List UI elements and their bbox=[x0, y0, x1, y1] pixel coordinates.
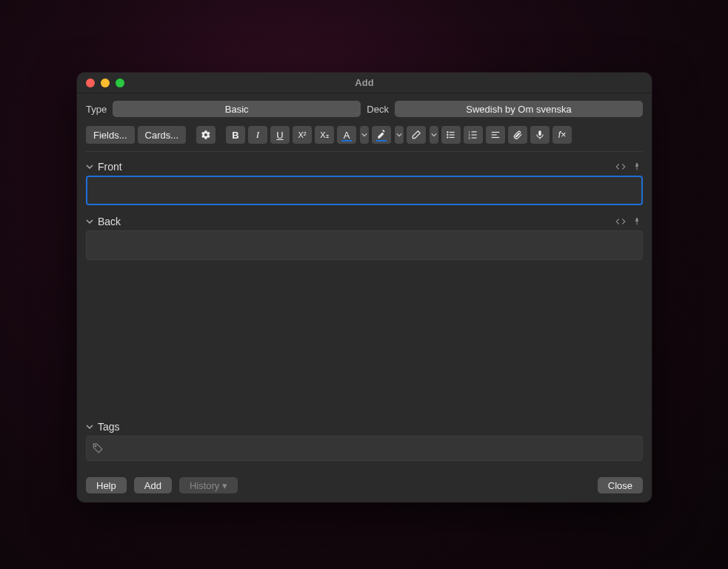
text-color-button[interactable]: A bbox=[337, 126, 356, 144]
ordered-list-button[interactable]: 123 bbox=[464, 126, 483, 144]
front-collapse-toggle[interactable] bbox=[86, 163, 93, 170]
help-button[interactable]: Help bbox=[86, 477, 127, 493]
record-audio-button[interactable] bbox=[530, 126, 550, 144]
svg-rect-7 bbox=[472, 131, 477, 132]
back-input[interactable] bbox=[86, 230, 643, 260]
window-title: Add bbox=[77, 77, 652, 88]
front-field-label: Front bbox=[98, 161, 122, 173]
eraser-button[interactable] bbox=[407, 126, 426, 144]
tag-icon bbox=[93, 443, 103, 453]
eraser-dropdown[interactable] bbox=[430, 126, 438, 144]
eraser-icon bbox=[411, 130, 421, 140]
highlight-color-swatch bbox=[376, 140, 387, 142]
text-color-swatch bbox=[341, 140, 352, 142]
svg-rect-11 bbox=[472, 138, 477, 139]
tags-label: Tags bbox=[98, 421, 120, 433]
traffic-lights bbox=[86, 79, 124, 87]
svg-point-2 bbox=[447, 134, 448, 136]
tags-input[interactable] bbox=[86, 436, 643, 461]
underline-button[interactable]: U bbox=[270, 126, 290, 144]
microphone-icon bbox=[535, 130, 545, 140]
fields-button[interactable]: Fields... bbox=[86, 126, 135, 144]
type-value: Basic bbox=[225, 104, 249, 115]
history-button[interactable]: History ▾ bbox=[179, 477, 238, 493]
titlebar: Add bbox=[77, 73, 652, 93]
type-selector-button[interactable]: Basic bbox=[113, 101, 361, 117]
back-field-section: Back bbox=[86, 213, 643, 260]
front-field-header: Front bbox=[86, 158, 643, 176]
close-window-button[interactable] bbox=[86, 79, 95, 87]
highlight-button[interactable] bbox=[372, 126, 391, 144]
attachment-button[interactable] bbox=[508, 126, 527, 144]
front-pin-toggle[interactable] bbox=[631, 161, 643, 173]
text-color-icon: A bbox=[344, 130, 350, 141]
svg-rect-14 bbox=[492, 137, 500, 138]
front-input[interactable] bbox=[86, 176, 643, 205]
svg-rect-15 bbox=[538, 130, 541, 136]
svg-rect-1 bbox=[450, 132, 455, 133]
svg-rect-9 bbox=[472, 134, 477, 135]
back-field-label: Back bbox=[98, 216, 121, 227]
back-field-header: Back bbox=[86, 213, 643, 230]
type-deck-row: Type Basic Deck Swedish by Om svenska bbox=[86, 101, 643, 117]
type-label: Type bbox=[86, 104, 107, 115]
minimize-window-button[interactable] bbox=[101, 79, 110, 87]
cards-button[interactable]: Cards... bbox=[138, 126, 187, 144]
back-pin-toggle[interactable] bbox=[631, 216, 643, 227]
subscript-button[interactable]: X₂ bbox=[315, 126, 334, 144]
back-html-toggle[interactable] bbox=[615, 216, 627, 227]
tags-header: Tags bbox=[86, 418, 643, 436]
highlight-dropdown[interactable] bbox=[395, 126, 404, 144]
back-collapse-toggle[interactable] bbox=[86, 218, 93, 225]
deck-selector-button[interactable]: Swedish by Om svenska bbox=[395, 101, 643, 117]
close-button[interactable]: Close bbox=[598, 477, 643, 493]
svg-point-0 bbox=[447, 131, 448, 133]
svg-rect-13 bbox=[492, 134, 497, 135]
front-html-toggle[interactable] bbox=[615, 161, 627, 173]
zoom-window-button[interactable] bbox=[116, 79, 124, 87]
add-button[interactable]: Add bbox=[134, 477, 172, 493]
svg-rect-5 bbox=[450, 137, 455, 138]
bullet-list-icon bbox=[446, 130, 456, 140]
alignment-button[interactable] bbox=[486, 126, 505, 144]
add-card-window: Add Type Basic Deck Swedish by Om svensk… bbox=[77, 73, 652, 502]
paperclip-icon bbox=[512, 130, 523, 140]
svg-point-4 bbox=[447, 136, 448, 138]
highlighter-icon bbox=[376, 130, 387, 140]
editor-toolbar: Fields... Cards... B I U X² X₂ A bbox=[86, 126, 643, 152]
deck-value: Swedish by Om svenska bbox=[466, 104, 571, 115]
gear-icon bbox=[201, 130, 211, 140]
superscript-button[interactable]: X² bbox=[293, 126, 312, 144]
equation-button[interactable]: f× bbox=[552, 126, 572, 144]
fx-icon: f× bbox=[558, 130, 566, 140]
unordered-list-button[interactable] bbox=[441, 126, 461, 144]
numbered-list-icon: 123 bbox=[468, 130, 478, 140]
align-icon bbox=[490, 130, 501, 140]
deck-label: Deck bbox=[367, 104, 389, 115]
svg-rect-3 bbox=[450, 134, 455, 135]
bold-button[interactable]: B bbox=[226, 126, 245, 144]
front-field-section: Front bbox=[86, 158, 643, 205]
tags-collapse-toggle[interactable] bbox=[86, 423, 93, 430]
tags-section: Tags bbox=[86, 418, 643, 461]
content-area: Type Basic Deck Swedish by Om svenska Fi… bbox=[77, 93, 652, 470]
svg-rect-12 bbox=[492, 132, 500, 133]
italic-button[interactable]: I bbox=[248, 126, 267, 144]
text-color-dropdown[interactable] bbox=[360, 126, 369, 144]
settings-button[interactable] bbox=[196, 126, 216, 144]
svg-text:3: 3 bbox=[469, 136, 471, 140]
footer: Help Add History ▾ Close bbox=[77, 470, 652, 502]
svg-point-16 bbox=[95, 445, 96, 447]
